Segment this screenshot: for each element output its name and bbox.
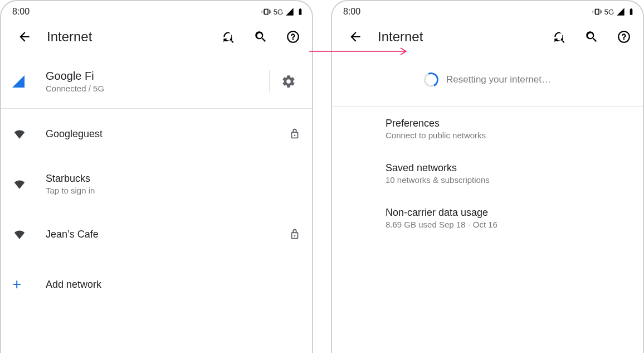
carrier-name: Google Fi: [46, 70, 265, 83]
arrow-back-icon: [17, 30, 32, 44]
app-bar: Internet: [332, 19, 643, 55]
network-type-label: 5G: [274, 8, 283, 16]
carrier-status: Connected / 5G: [46, 84, 265, 93]
gear-icon: [281, 74, 296, 89]
vibrate-icon: [592, 7, 602, 17]
cell-signal-icon: [285, 7, 294, 16]
resetting-label: Resetting your internet…: [446, 74, 551, 85]
carrier-row[interactable]: Google Fi Connected / 5G: [1, 55, 312, 108]
reset-connectivity-button[interactable]: [215, 23, 242, 50]
page-title: Internet: [374, 29, 540, 45]
preference-subtitle: Connect to public networks: [386, 130, 627, 140]
search-icon: [253, 30, 268, 44]
page-title: Internet: [43, 29, 209, 45]
data-usage-row[interactable]: Non-carrier data usage 8.69 GB used Sep …: [332, 196, 643, 240]
wifi-icon: [12, 127, 27, 141]
wifi-icon: [12, 177, 27, 191]
wifi-icon: [12, 227, 27, 241]
phone-screen-before: 8:00 5G Internet: [0, 0, 313, 353]
add-network-label: Add network: [46, 279, 296, 291]
preference-title: Preferences: [386, 118, 627, 129]
status-bar: 8:00 5G: [1, 1, 312, 19]
search-icon: [584, 30, 599, 44]
network-name: Starbucks: [46, 173, 296, 185]
cell-signal-icon: [616, 7, 625, 16]
add-network-row[interactable]: + Add network: [1, 259, 312, 310]
preference-subtitle: 10 networks & subscriptions: [386, 175, 627, 185]
phone-screen-after: 8:00 5G Internet R: [331, 0, 644, 353]
status-bar: 8:00 5G: [332, 1, 643, 19]
network-type-label: 5G: [604, 8, 614, 16]
preference-title: Non-carrier data usage: [386, 207, 627, 219]
spinner-icon: [422, 70, 440, 89]
wifi-network-row[interactable]: Starbucks Tap to sign in: [1, 159, 312, 209]
network-name: Googleguest: [46, 128, 284, 140]
search-button[interactable]: [578, 23, 605, 50]
help-icon: [286, 30, 300, 44]
wifi-network-row[interactable]: Jean’s Cafe: [1, 209, 312, 259]
reset-icon: [552, 30, 567, 44]
back-button[interactable]: [11, 23, 38, 50]
lock-icon: [289, 228, 301, 240]
app-bar: Internet: [1, 19, 312, 55]
arrow-back-icon: [348, 30, 363, 44]
preferences-row[interactable]: Preferences Connect to public networks: [332, 107, 643, 151]
back-button[interactable]: [342, 23, 369, 50]
network-status: Tap to sign in: [46, 186, 296, 195]
preference-title: Saved networks: [386, 162, 627, 174]
reset-icon: [221, 30, 236, 44]
status-time: 8:00: [12, 7, 30, 17]
carrier-settings-button[interactable]: [276, 68, 301, 95]
vibrate-icon: [261, 7, 271, 17]
network-name: Jean’s Cafe: [46, 229, 284, 240]
status-time: 8:00: [343, 7, 360, 17]
lock-icon: [289, 128, 301, 140]
plus-icon: +: [12, 277, 21, 292]
wifi-network-row[interactable]: Googleguest: [1, 109, 312, 159]
help-icon: [617, 30, 631, 44]
cell-signal-icon: [12, 75, 25, 88]
resetting-banner: Resetting your internet…: [332, 55, 643, 106]
reset-connectivity-button[interactable]: [546, 23, 573, 50]
saved-networks-row[interactable]: Saved networks 10 networks & subscriptio…: [332, 151, 643, 196]
battery-icon: [296, 7, 304, 17]
search-button[interactable]: [247, 23, 274, 50]
help-button[interactable]: [280, 23, 306, 50]
help-button[interactable]: [611, 23, 637, 50]
preference-subtitle: 8.69 GB used Sep 18 - Oct 16: [386, 220, 627, 229]
battery-icon: [627, 7, 635, 17]
